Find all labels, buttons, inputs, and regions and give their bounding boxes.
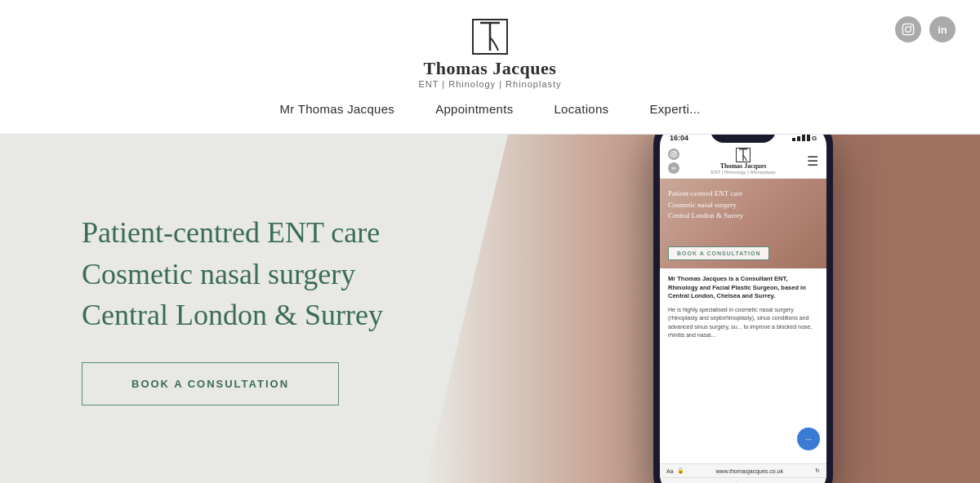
phone-lock-icon: 🔒 [677, 467, 684, 474]
phone-body-content: Mr Thomas Jacques is a Consultant ENT, R… [660, 268, 826, 347]
logo-subtitle: ENT | Rhinology | Rhinoplasty [418, 79, 561, 89]
book-consultation-button[interactable]: BOOK A CONSULTATION [82, 362, 339, 405]
svg-point-1 [906, 27, 911, 33]
phone-bottom-nav: ‹ › ⬆ 📖 ⧉ [660, 477, 826, 483]
svg-text:G: G [812, 135, 817, 141]
phone-logo-icon [736, 148, 751, 162]
linkedin-label: in [938, 24, 947, 36]
phone-desc-normal: He is highly specialised in cosmetic nas… [668, 306, 818, 340]
nav-locations[interactable]: Locations [554, 102, 608, 116]
phone-refresh-icon[interactable]: ↻ [815, 467, 820, 474]
hero-line-3: Central London & Surrey [82, 295, 383, 335]
svg-rect-7 [802, 135, 805, 141]
svg-rect-10 [671, 152, 677, 157]
phone-hero-text: Patient-centred ENT care Cosmetic nasal … [668, 188, 743, 222]
phone-desc-bold: Mr Thomas Jacques is a Consultant ENT, R… [668, 275, 818, 301]
social-links: in [895, 16, 956, 42]
hero-section: Patient-centred ENT care Cosmetic nasal … [0, 135, 980, 483]
hero-content: Patient-centred ENT care Cosmetic nasal … [82, 212, 383, 405]
phone-hero-line2: Cosmetic nasal surgery [668, 200, 743, 211]
svg-rect-8 [807, 135, 810, 141]
phone-logo-subtitle: ENT | Rhinology | Rhinoplasty [710, 170, 776, 175]
instagram-icon[interactable] [895, 16, 921, 42]
phone-hamburger-icon[interactable]: ☰ [807, 153, 818, 169]
svg-point-12 [675, 153, 675, 153]
phone-url[interactable]: www.thomasjacques.co.uk [688, 468, 812, 474]
phone-notch [710, 135, 776, 143]
phone-social-icons: in [668, 148, 679, 174]
phone-screen: 16:04 G [660, 135, 826, 483]
logo-icon [472, 19, 508, 55]
phone-chat-bubble[interactable]: ··· [797, 428, 820, 450]
svg-point-2 [911, 25, 912, 27]
phone-time: 16:04 [670, 135, 688, 142]
svg-point-11 [672, 153, 675, 155]
phone-mockup: 16:04 G [653, 135, 833, 483]
phone-book-btn[interactable]: BOOK A CONSULTATION [668, 246, 769, 260]
phone-site-header: in Thomas Jacques ENT | Rhinology | Rhin… [660, 144, 826, 179]
nav-appointments[interactable]: Appointments [435, 102, 513, 116]
svg-rect-0 [902, 24, 913, 34]
logo-name: Thomas Jacques [424, 58, 557, 79]
phone-logo-name: Thomas Jacques [720, 162, 767, 170]
phone-hero-line1: Patient-centred ENT care [668, 188, 743, 200]
site-header: in Thomas Jacques ENT | Rhinology | Rhin… [0, 0, 980, 135]
nav-mr-thomas-jacques[interactable]: Mr Thomas Jacques [279, 102, 394, 116]
phone-address-bar: Aa 🔒 www.thomasjacques.co.uk ↻ [660, 463, 826, 477]
phone-font-size-indicator: Aa [666, 468, 674, 474]
linkedin-icon[interactable]: in [929, 16, 956, 42]
hero-line-1: Patient-centred ENT care [82, 212, 383, 253]
nav-expertise[interactable]: Experti... [649, 102, 700, 116]
site-logo: Thomas Jacques ENT | Rhinology | Rhinopl… [418, 19, 561, 89]
phone-hero-line3: Central London & Surrey [668, 210, 743, 222]
phone-signal: G [792, 135, 817, 143]
main-nav: Mr Thomas Jacques Appointments Locations… [279, 102, 700, 116]
phone-hero-image: Patient-centred ENT care Cosmetic nasal … [660, 179, 826, 268]
phone-outer-shell: 16:04 G [653, 135, 833, 483]
phone-instagram-icon [668, 148, 679, 160]
phone-linkedin-icon: in [668, 162, 679, 174]
phone-logo: Thomas Jacques ENT | Rhinology | Rhinopl… [679, 148, 807, 175]
hero-line-2: Cosmetic nasal surgery [82, 254, 383, 295]
svg-rect-5 [792, 138, 795, 141]
svg-rect-6 [797, 136, 800, 141]
